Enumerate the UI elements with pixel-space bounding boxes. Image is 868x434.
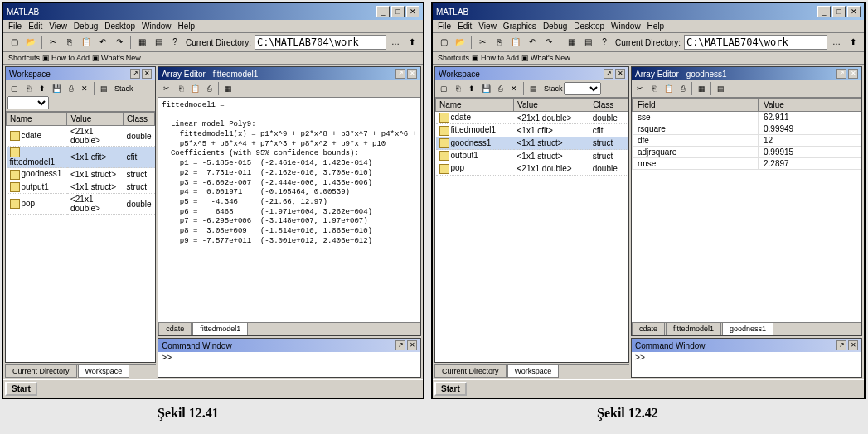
table-row[interactable]: output1<1x1 struct>struct [436,150,628,162]
tab-workspace[interactable]: Workspace [78,365,130,378]
titlebar[interactable]: MATLAB _ □ ✕ [433,3,864,20]
undock-icon[interactable]: ↗ [836,340,846,350]
tab-fittedmodel1[interactable]: fittedmodel1 [666,323,721,335]
paste-icon[interactable]: 📋 [188,82,201,95]
menu-edit[interactable]: Edit [458,22,472,31]
undo-icon[interactable]: ↶ [525,35,540,50]
menu-edit[interactable]: Edit [28,22,42,31]
simulink-icon[interactable]: ▦ [134,35,149,50]
panel-close-icon[interactable]: ✕ [407,340,417,350]
table-row[interactable]: output1<1x1 struct>struct [7,181,155,193]
guide-icon[interactable]: ▤ [580,35,595,50]
workspace-titlebar[interactable]: Workspace ↗ ✕ [6,67,155,80]
table-row[interactable]: fittedmodel1<1x1 cfit>cfit [7,147,155,168]
stack-select[interactable] [564,82,601,95]
redo-icon[interactable]: ↷ [112,35,127,50]
col-class[interactable]: Class [589,99,628,112]
col-class[interactable]: Class [124,113,155,126]
col-value[interactable]: Value [514,99,589,112]
undo-icon[interactable]: ↶ [95,35,110,50]
grid-icon[interactable]: ▦ [695,82,708,95]
current-directory-input[interactable] [255,35,386,50]
help-icon[interactable]: ? [597,35,612,50]
open-icon[interactable]: 📂 [23,35,38,50]
table-row[interactable]: sse62.911 [633,112,861,123]
copy-icon[interactable]: ⎘ [62,35,77,50]
stack-select[interactable] [7,96,49,109]
new-icon[interactable]: ▢ [436,35,451,50]
current-directory-input[interactable] [684,35,827,50]
tab-current-directory[interactable]: Current Directory [5,365,77,378]
print-icon[interactable]: ⎙ [493,82,507,95]
start-button[interactable]: Start [434,382,467,396]
table-row[interactable]: cdate<21x1 double>double [436,112,628,124]
undock-icon[interactable]: ↗ [836,69,846,79]
import-icon[interactable]: ⬆ [465,82,478,95]
array-editor-titlebar[interactable]: Array Editor - fittedmodel1 ↗ ✕ [158,67,420,80]
cmd-titlebar[interactable]: Command Window ↗ ✕ [632,339,861,352]
undock-icon[interactable]: ↗ [604,69,613,79]
paste-icon[interactable]: 📋 [508,35,523,50]
tile-icon[interactable]: ▤ [714,82,727,95]
new-var-icon[interactable]: ▢ [437,82,450,95]
open-var-icon[interactable]: ⎘ [22,82,35,95]
minimize-button[interactable]: _ [817,6,831,17]
tab-workspace[interactable]: Workspace [507,365,560,378]
tab-current-directory[interactable]: Current Directory [434,365,507,378]
command-prompt[interactable]: >> [632,352,861,377]
table-row[interactable]: goodness1<1x1 struct>struct [7,168,155,181]
undock-icon[interactable]: ↗ [395,69,405,79]
panel-close-icon[interactable]: ✕ [407,69,417,79]
panel-close-icon[interactable]: ✕ [848,340,858,350]
menu-help[interactable]: Help [178,22,196,31]
delete-icon[interactable]: ✕ [78,82,91,95]
tab-cdate[interactable]: cdate [632,323,665,335]
cut-icon[interactable]: ✂ [46,35,61,50]
menu-help[interactable]: Help [647,22,665,31]
up-dir-icon[interactable]: ⬆ [405,35,419,50]
maximize-button[interactable]: □ [391,6,405,17]
menu-debug[interactable]: Debug [543,22,567,31]
paste-icon[interactable]: 📋 [662,82,675,95]
copy-icon[interactable]: ⎘ [492,35,507,50]
up-dir-icon[interactable]: ⬆ [846,35,861,50]
col-name[interactable]: Name [7,113,67,126]
start-button[interactable]: Start [5,382,37,396]
col-name[interactable]: Name [436,99,514,112]
table-row[interactable]: cdate<21x1 double>double [7,126,155,147]
titlebar[interactable]: MATLAB _ □ ✕ [3,3,423,20]
open-var-icon[interactable]: ⎘ [451,82,464,95]
cut-icon[interactable]: ✂ [160,82,173,95]
table-row[interactable]: adjrsquare0.99915 [633,147,861,158]
new-var-icon[interactable]: ▢ [7,82,21,95]
cmd-titlebar[interactable]: Command Window ↗ ✕ [158,339,420,352]
copy-icon[interactable]: ⎘ [174,82,187,95]
menu-graphics[interactable]: Graphics [503,22,536,31]
panel-close-icon[interactable]: ✕ [142,69,152,79]
guide-icon[interactable]: ▤ [151,35,166,50]
browse-icon[interactable]: … [829,35,844,50]
shortcuts-bar[interactable]: Shortcuts ▣ How to Add ▣ What's New [3,52,423,65]
open-icon[interactable]: 📂 [453,35,468,50]
menu-window[interactable]: Window [142,22,172,31]
plot-icon[interactable]: ▤ [97,82,110,95]
menu-view[interactable]: View [478,22,497,31]
save-icon[interactable]: 💾 [50,82,63,95]
grid-icon[interactable]: ▦ [221,82,235,95]
print-icon[interactable]: ⎙ [202,82,216,95]
table-row[interactable]: pop<21x1 double>double [7,194,155,215]
undock-icon[interactable]: ↗ [130,69,140,79]
workspace-titlebar[interactable]: Workspace ↗ ✕ [435,67,628,80]
table-row[interactable]: rsquare0.99949 [633,123,861,135]
col-value[interactable]: Value [759,99,861,112]
col-field[interactable]: Field [633,99,759,112]
menu-window[interactable]: Window [611,22,641,31]
browse-icon[interactable]: … [388,35,403,50]
tab-goodness1[interactable]: goodness1 [722,323,773,335]
table-row[interactable]: fittedmodel1<1x1 cfit>cfit [436,124,628,137]
save-icon[interactable]: 💾 [479,82,492,95]
table-row[interactable]: dfe12 [633,135,861,147]
undock-icon[interactable]: ↗ [395,340,405,350]
panel-close-icon[interactable]: ✕ [615,69,625,79]
tab-cdate[interactable]: cdate [158,323,192,335]
